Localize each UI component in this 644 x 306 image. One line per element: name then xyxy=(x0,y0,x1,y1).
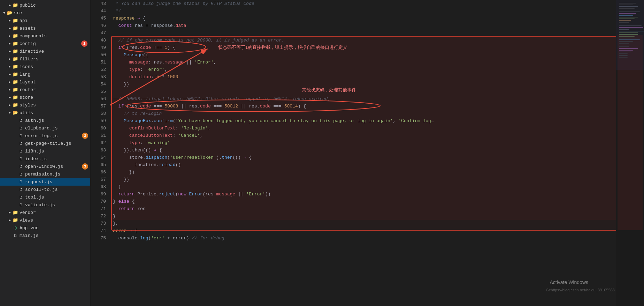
sidebar-item-label: request.js xyxy=(25,179,52,185)
file-explorer: ▶ 📁 public ▼ 📂 src ▶ 📁 api ▶ 📁 assets ▶ … xyxy=(0,0,91,306)
sidebar-item-src[interactable]: ▼ 📂 src xyxy=(0,9,90,17)
collapse-arrow: ▶ xyxy=(7,79,13,85)
sidebar-item-label: scroll-to.js xyxy=(25,187,58,192)
sidebar-item-label: store xyxy=(20,95,33,100)
sidebar-item-clipboard-js[interactable]: ▶ 🗋 clipboard.js xyxy=(0,124,90,132)
file-icon-tool: 🗋 xyxy=(18,194,24,200)
sidebar-item-label: icons xyxy=(20,64,33,69)
sidebar-item-validate-js[interactable]: ▶ 🗋 validate.js xyxy=(0,201,90,209)
code-text[interactable]: * You can also judge the status by HTTP … xyxy=(110,0,616,242)
sidebar-item-label: tool.js xyxy=(25,195,44,200)
sidebar-item-label: App.vue xyxy=(20,225,39,231)
sidebar-item-open-window-js[interactable]: ▶ 🗋 open-window.js 3 xyxy=(0,163,90,170)
sidebar-item-assets[interactable]: ▶ 📁 assets xyxy=(0,24,90,32)
collapse-arrow: ▶ xyxy=(7,87,13,92)
sidebar-item-get-page-title-js[interactable]: ▶ 🗋 get-page-title.js xyxy=(0,140,90,147)
collapse-arrow: ▼ xyxy=(7,110,13,115)
sidebar-item-label: clipboard.js xyxy=(25,126,58,131)
code-line-69: return Promise.reject(new Error(res.mess… xyxy=(113,191,616,198)
sidebar-item-label: layout xyxy=(20,80,36,85)
folder-icon-router: 📁 xyxy=(13,87,18,92)
sidebar-item-label: auth.js xyxy=(25,118,44,123)
sidebar-item-directive[interactable]: ▶ 📁 directive xyxy=(0,47,90,55)
sidebar-item-label: filters xyxy=(20,57,39,62)
collapse-arrow: ▶ xyxy=(7,95,13,100)
sidebar-item-request-js[interactable]: ▶ 🗋 request.js xyxy=(0,178,90,186)
sidebar-item-tool-js[interactable]: ▶ 🗋 tool.js xyxy=(0,193,90,201)
code-line-43: * You can also judge the status by HTTP … xyxy=(113,0,616,7)
sidebar-item-label: directive xyxy=(20,49,44,54)
file-icon-auth: 🗋 xyxy=(18,118,24,123)
file-icon-open-window: 🗋 xyxy=(18,164,24,169)
sidebar-item-lang[interactable]: ▶ 📁 lang xyxy=(0,70,90,78)
sidebar-item-error-log-js[interactable]: ▶ 🗋 error-log.js 2 xyxy=(0,132,90,140)
sidebar-item-main-js[interactable]: ▶ 🗋 main.js xyxy=(0,232,90,239)
badge-config: 1 xyxy=(81,40,87,47)
sidebar-item-app-vue[interactable]: ▶ ⬡ App.vue xyxy=(0,224,90,232)
sidebar-item-components[interactable]: ▶ 📁 components xyxy=(0,32,90,40)
sidebar-item-store[interactable]: ▶ 📁 store xyxy=(0,94,90,101)
collapse-arrow: ▶ xyxy=(7,56,13,62)
collapse-arrow: ▶ xyxy=(7,217,13,223)
collapse-arrow: ▶ xyxy=(7,25,13,31)
file-icon-main-js: 🗋 xyxy=(13,233,18,238)
sidebar-item-label: assets xyxy=(20,26,36,31)
sidebar-item-label: views xyxy=(20,218,33,223)
file-icon-clipboard: 🗋 xyxy=(18,125,24,131)
badge-error-log: 2 xyxy=(82,133,88,139)
sidebar-item-views[interactable]: ▶ 📁 views xyxy=(0,216,90,224)
sidebar-item-vendor[interactable]: ▶ 📁 vendor xyxy=(0,209,90,216)
sidebar-item-permission-js[interactable]: ▶ 🗋 permission.js xyxy=(0,170,90,178)
sidebar-item-layout[interactable]: ▶ 📁 layout xyxy=(0,78,90,86)
folder-icon-config: 📁 xyxy=(13,41,18,46)
sidebar-item-public[interactable]: ▶ 📁 public xyxy=(0,1,90,9)
sidebar-item-label: main.js xyxy=(20,233,39,238)
file-icon-index: 🗋 xyxy=(18,156,24,162)
folder-icon-components: 📁 xyxy=(13,33,18,39)
code-line-56: // 50008: Illegal token; 50012: Other cl… xyxy=(113,95,616,103)
folder-icon-assets: 📁 xyxy=(13,25,18,31)
folder-icon-utils: 📂 xyxy=(13,110,18,115)
folder-icon-filters: 📁 xyxy=(13,56,18,62)
sidebar-item-i18n-js[interactable]: ▶ 🗋 i18n.js xyxy=(0,147,90,155)
code-editor: 43 44 45 46 47 48 49 50 51 52 53 54 55 5… xyxy=(91,0,644,306)
sidebar-item-icons[interactable]: ▶ 📁 icons xyxy=(0,63,90,70)
code-line-45: response ⇒ { xyxy=(113,15,616,22)
sidebar-item-config[interactable]: ▶ 📁 config 1 xyxy=(0,40,90,47)
sidebar-item-label: styles xyxy=(20,103,36,108)
sidebar-item-filters[interactable]: ▶ 📁 filters xyxy=(0,55,90,63)
file-icon-permission: 🗋 xyxy=(18,171,24,177)
code-line-73: }, xyxy=(113,220,616,227)
sidebar-item-index-js[interactable]: ▶ 🗋 index.js xyxy=(0,155,90,163)
url-watermark: Gchttps://blog.csdn.net/baidu_39105563 xyxy=(546,288,615,292)
collapse-arrow: ▶ xyxy=(7,64,13,69)
sidebar-item-utils[interactable]: ▼ 📂 utils xyxy=(0,109,90,117)
folder-icon-views: 📁 xyxy=(13,217,18,223)
code-line-49: if (res.code !== 1) { xyxy=(113,44,616,51)
file-icon-scroll-to: 🗋 xyxy=(18,187,24,192)
code-line-60: confirmButtonText: 'Re-Login', xyxy=(113,125,616,132)
folder-icon-api: 📁 xyxy=(13,18,18,23)
minimap-svg xyxy=(616,0,644,306)
sidebar-item-label: permission.js xyxy=(25,172,60,177)
sidebar-item-scroll-to-js[interactable]: ▶ 🗋 scroll-to.js xyxy=(0,186,90,193)
sidebar-item-router[interactable]: ▶ 📁 router xyxy=(0,86,90,94)
collapse-arrow: ▶ xyxy=(7,48,13,54)
sidebar-item-label: open-window.js xyxy=(25,164,63,169)
sidebar-item-label: utils xyxy=(20,110,33,115)
collapse-arrow: ▶ xyxy=(7,102,13,108)
file-icon-i18n: 🗋 xyxy=(18,148,24,154)
collapse-arrow: ▶ xyxy=(7,2,13,8)
code-line-59: MessageBox.confirm('You have been logged… xyxy=(113,117,616,125)
sidebar-item-styles[interactable]: ▶ 📁 styles xyxy=(0,101,90,109)
sidebar-item-api[interactable]: ▶ 📁 api xyxy=(0,17,90,24)
sidebar-item-label: public xyxy=(20,3,36,8)
code-line-61: cancelButtonText: 'Cancel', xyxy=(113,132,616,139)
code-line-65: location.reload() xyxy=(113,161,616,169)
sidebar-item-auth-js[interactable]: ▶ 🗋 auth.js xyxy=(0,117,90,124)
badge-open-window: 3 xyxy=(82,163,88,170)
folder-icon-directive: 📁 xyxy=(13,48,18,54)
minimap[interactable] xyxy=(616,0,644,306)
code-line-50: Message({ xyxy=(113,51,616,59)
sidebar-item-label: src xyxy=(14,10,22,16)
